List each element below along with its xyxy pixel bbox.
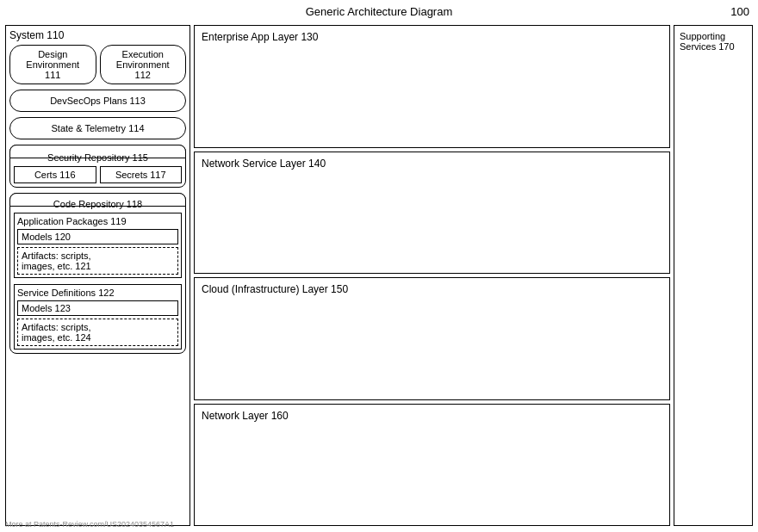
supporting-services-panel: SupportingServices 170 <box>674 25 753 526</box>
system-label: System 110 <box>9 29 186 41</box>
supporting-services-label: SupportingServices 170 <box>680 31 735 52</box>
code-repo-label: Code Repository 118 <box>14 197 182 209</box>
network-layer-label: Network Layer 160 <box>202 410 289 422</box>
state-telemetry-box: State & Telemetry 114 <box>9 117 186 139</box>
state-telemetry-label: State & Telemetry 114 <box>51 123 144 133</box>
watermark: More at Patents-Review.com/US20240354567… <box>5 520 174 529</box>
app-packages-section: Application Packages 119 Models 120 Arti… <box>14 213 182 278</box>
devsecops-box: DevSecOps Plans 113 <box>9 90 186 112</box>
cloud-layer: Cloud (Infrastructure) Layer 150 <box>194 277 670 400</box>
app-packages-artifacts-box: Artifacts: scripts,images, etc. 121 <box>17 247 178 275</box>
page-number: 100 <box>730 5 749 18</box>
exec-env-label: ExecutionEnvironment112 <box>116 49 170 80</box>
security-repo-cylinder: Security Repository 115 Certs 116 Secret… <box>9 145 186 188</box>
app-packages-artifacts-label: Artifacts: scripts,images, etc. 121 <box>22 251 91 271</box>
app-packages-models-label: Models 120 <box>22 232 71 242</box>
system-panel: System 110 DesignEnvironment111 Executio… <box>5 25 190 526</box>
design-env-box: DesignEnvironment111 <box>9 45 96 84</box>
service-def-models-label: Models 123 <box>22 303 71 313</box>
app-packages-models-box: Models 120 <box>17 229 178 244</box>
network-service-layer-label: Network Service Layer 140 <box>202 158 326 170</box>
secrets-label: Secrets 117 <box>115 170 166 180</box>
service-def-models-box: Models 123 <box>17 300 178 316</box>
title-bar: Generic Architecture Diagram 100 <box>0 0 758 22</box>
security-repo-label: Security Repository 115 <box>14 151 182 163</box>
network-service-layer: Network Service Layer 140 <box>194 152 670 275</box>
service-def-artifacts-label: Artifacts: scripts,images, etc. 124 <box>22 322 91 343</box>
code-repo-cylinder: Code Repository 118 Application Packages… <box>9 193 186 354</box>
secrets-box: Secrets 117 <box>100 166 183 183</box>
service-def-label: Service Definitions 122 <box>17 288 178 298</box>
enterprise-app-layer-label: Enterprise App Layer 130 <box>202 31 318 43</box>
enterprise-app-layer: Enterprise App Layer 130 <box>194 25 670 148</box>
service-def-artifacts-box: Artifacts: scripts,images, etc. 124 <box>17 319 178 346</box>
app-packages-label: Application Packages 119 <box>17 216 178 226</box>
network-layer: Network Layer 160 <box>194 404 670 527</box>
design-env-label: DesignEnvironment111 <box>26 49 79 80</box>
cloud-layer-label: Cloud (Infrastructure) Layer 150 <box>202 283 348 295</box>
service-def-section: Service Definitions 122 Models 123 Artif… <box>14 284 182 350</box>
exec-env-box: ExecutionEnvironment112 <box>100 45 187 84</box>
diagram-title: Generic Architecture Diagram <box>306 5 453 18</box>
certs-label: Certs 116 <box>34 170 76 180</box>
devsecops-label: DevSecOps Plans 113 <box>50 96 146 106</box>
certs-box: Certs 116 <box>14 166 96 183</box>
middle-panel: Enterprise App Layer 130 Network Service… <box>194 25 670 526</box>
